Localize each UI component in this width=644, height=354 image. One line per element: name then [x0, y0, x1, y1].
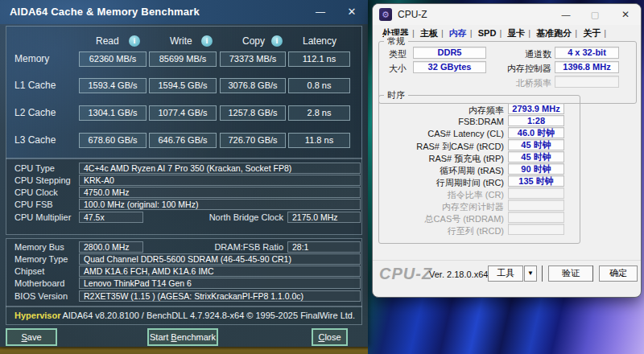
trc-label: 行周期时间 (tRC) — [381, 177, 504, 189]
memory-type-label: 类型 — [389, 48, 407, 60]
trdram-field — [508, 212, 564, 223]
dram-fsb-ratio-label: DRAM:FSB Ratio — [161, 242, 283, 252]
bench-row-l3: L3 Cache 678.60 GB/s 646.76 GB/s 726.70 … — [0, 133, 368, 148]
tab-bench[interactable]: 基准跑分 — [533, 27, 575, 39]
cpuz-window-title: CPU-Z — [398, 9, 427, 20]
row-label: L2 Cache — [14, 107, 56, 118]
trp-field: 45 时钟 — [508, 151, 564, 163]
aida64-titlebar[interactable]: AIDA64 Cache & Memory Benchmark — ✕ — [0, 0, 368, 24]
dram-fsb-ratio-value: 28:1 — [287, 241, 361, 253]
memory-copy-value: 73373 MB/s — [220, 51, 286, 67]
info-label: BIOS Version — [14, 291, 68, 301]
cpuz-window: ⚙ CPU-Z — ▢ ✕ 处理器| 主板| 内存| SPD| 显卡| 基准跑分… — [372, 3, 642, 298]
tab-about[interactable]: 关于 — [580, 27, 604, 39]
start-benchmark-button[interactable]: Start Benchmark — [147, 328, 218, 346]
trc-field: 135 时钟 — [508, 175, 564, 187]
l3-write-value: 646.76 GB/s — [149, 133, 217, 148]
tab-separator: | — [470, 28, 473, 38]
close-button[interactable]: Close — [312, 328, 348, 346]
aida64-version-text: AIDA64 v8.20.8100 / BenchDLL 4.7.924.8-x… — [62, 311, 355, 320]
info-label: CPU Stepping — [14, 175, 71, 185]
memory-size-field: 32 GBytes — [413, 61, 486, 73]
info-label: CPU Type — [14, 163, 55, 173]
cpu-clock-value: 4750.0 MHz — [79, 187, 361, 198]
button-text: ave — [27, 332, 42, 342]
aida64-window: AIDA64 Cache & Memory Benchmark — ✕ Read… — [0, 0, 368, 347]
memory-controller-label: 内存控制器 — [477, 63, 551, 75]
l2-write-value: 1077.4 GB/s — [149, 105, 217, 121]
save-button[interactable]: Save — [6, 328, 57, 346]
north-bridge-label: North Bridge Clock — [161, 212, 283, 222]
maximize-icon[interactable]: ▢ — [584, 7, 606, 22]
motherboard-value: Lenovo ThinkPad T14 Gen 6 — [79, 278, 361, 289]
info-row-cpu-stepping: CPU Stepping KRK-A0 — [0, 175, 368, 187]
column-header-latency: Latency — [303, 35, 336, 47]
memory-size-label: 大小 — [389, 63, 407, 75]
l3-latency-value: 11.8 ns — [288, 133, 350, 148]
memory-controller-field: 1396.8 MHz — [555, 61, 619, 73]
info-label: Memory Bus — [14, 242, 64, 252]
dram-frequency-field: 2793.9 MHz — [508, 103, 564, 114]
info-label: CPU Multiplier — [14, 212, 71, 222]
memory-type-field: DDR5 — [413, 47, 486, 59]
info-row-cpu-fsb: CPU FSB 100.0 MHz (original: 100 MHz) — [0, 199, 368, 211]
cpuz-tab-bar: 处理器| 主板| 内存| SPD| 显卡| 基准跑分| 关于| — [379, 27, 637, 40]
cpu-multiplier-value: 47.5x — [79, 212, 143, 223]
copy-info-icon[interactable]: i — [271, 35, 283, 47]
info-row-cpu-type: CPU Type 4C+4c AMD Ryzen AI 7 Pro 350 (K… — [0, 163, 368, 175]
validate-button[interactable]: 验证 — [548, 266, 593, 282]
cas-latency-label: CAS# Latency (CL) — [381, 129, 504, 138]
trdram-label: 总CAS号 (tRDRAM) — [381, 213, 504, 225]
tools-button[interactable]: 工具 — [488, 266, 523, 282]
l1-latency-value: 0.8 ns — [288, 78, 350, 93]
cpu-fsb-value: 100.0 MHz (original: 100 MHz) — [79, 199, 361, 210]
info-row-cpu-multiplier: CPU Multiplier 47.5x North Bridge Clock … — [0, 212, 368, 224]
tab-mainboard[interactable]: 主板 — [417, 27, 441, 39]
info-row-memory-type: Memory Type Quad Channel DDR5-5600 SDRAM… — [0, 253, 368, 266]
memory-write-value: 85699 MB/s — [149, 51, 217, 67]
tab-separator: | — [575, 28, 577, 38]
button-mnemonic: B — [171, 332, 176, 342]
aida64-window-title: AIDA64 Cache & Memory Benchmark — [10, 6, 200, 18]
close-icon[interactable]: ✕ — [341, 4, 362, 20]
info-label: CPU Clock — [14, 187, 58, 197]
tab-separator: | — [528, 28, 530, 38]
tools-dropdown-icon[interactable]: ▼ — [524, 266, 537, 282]
read-info-icon[interactable]: i — [129, 35, 140, 47]
timings-legend: 时序 — [384, 89, 408, 101]
button-mnemonic: S — [21, 332, 27, 342]
cpuz-titlebar[interactable]: ⚙ CPU-Z — ▢ ✕ — [373, 4, 641, 25]
info-label: Memory Type — [14, 254, 68, 264]
info-row-chipset: Chipset AMD K1A.6 FCH, AMD K1A.6 IMC — [0, 266, 368, 278]
cpuz-logo: CPU-Z — [379, 265, 432, 283]
fsb-dram-field: 1:28 — [508, 115, 564, 126]
chipset-value: AMD K1A.6 FCH, AMD K1A.6 IMC — [79, 266, 361, 277]
fsb-dram-label: FSB:DRAM — [381, 117, 504, 126]
trcd-field: 45 时钟 — [508, 139, 564, 150]
l2-latency-value: 2.8 ns — [288, 105, 350, 121]
tab-graphics[interactable]: 显卡 — [504, 27, 528, 39]
cas-latency-field: 46.0 时钟 — [508, 127, 564, 138]
cpuz-footer: CPU-Z Ver. 2.18.0.x64 工具 ▼ 验证 确定 — [373, 260, 641, 298]
close-icon[interactable]: ✕ — [614, 7, 637, 22]
minimize-icon[interactable]: — — [310, 4, 331, 20]
channels-field: 4 x 32-bit — [555, 47, 619, 59]
hypervisor-label: Hypervisor — [14, 311, 60, 320]
row-to-column-label: 行至列 (tRCD) — [381, 225, 504, 237]
memory-latency-value: 112.1 ns — [288, 51, 350, 67]
tab-separator: | — [604, 28, 606, 38]
ok-button[interactable]: 确定 — [599, 266, 638, 282]
footer-separator — [592, 266, 593, 282]
column-header-read: Read — [96, 35, 119, 47]
l1-copy-value: 3076.8 GB/s — [220, 78, 286, 93]
button-text: lose — [324, 332, 341, 342]
nb-frequency-label: 北桥频率 — [477, 77, 551, 89]
tab-spd[interactable]: SPD — [475, 28, 500, 38]
row-label: L1 Cache — [14, 80, 56, 91]
info-label: CPU FSB — [14, 200, 53, 209]
dram-idle-timer-label: 内存空闲计时器 — [381, 201, 504, 213]
minimize-icon[interactable]: — — [555, 7, 577, 22]
tab-memory[interactable]: 内存 — [446, 27, 470, 39]
write-info-icon[interactable]: i — [201, 35, 213, 47]
channels-label: 通道数 — [493, 48, 551, 60]
